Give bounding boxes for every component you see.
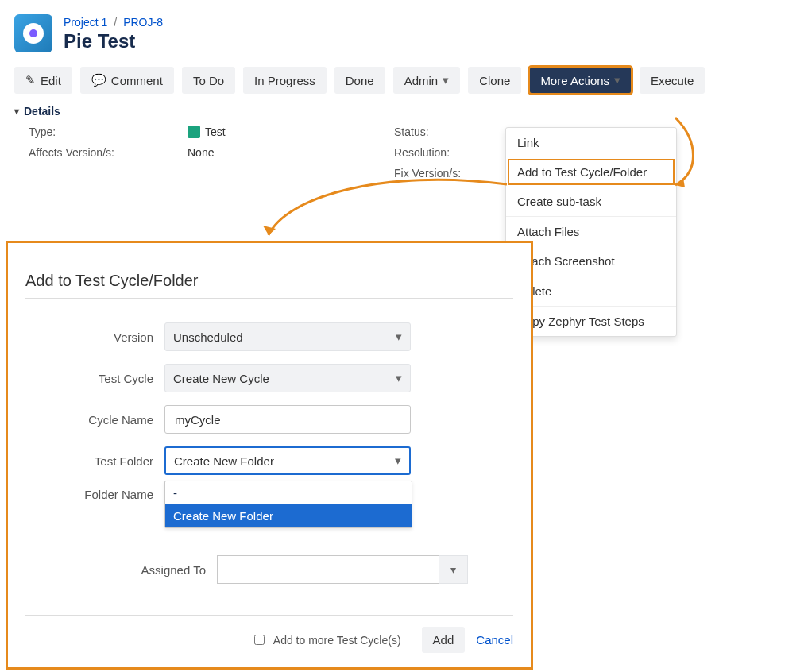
menu-add-to-test-cycle[interactable]: Add to Test Cycle/Folder [506, 157, 676, 187]
chevron-down-icon: ▾ [395, 454, 401, 468]
menu-link[interactable]: Link [506, 128, 676, 157]
chevron-down-icon: ▾ [396, 330, 402, 344]
test-type-icon [188, 126, 200, 138]
folder-option-none[interactable]: - [165, 481, 412, 504]
comment-button[interactable]: 💬 Comment [80, 67, 174, 94]
cycle-name-input[interactable] [164, 405, 411, 434]
status-label: Status: [394, 126, 521, 138]
test-cycle-select[interactable]: Create New Cycle ▾ [164, 364, 411, 392]
breadcrumb-issue[interactable]: PROJ-8 [123, 16, 163, 29]
add-to-cycle-dialog: Add to Test Cycle/Folder Version Unsched… [6, 241, 533, 670]
add-button[interactable]: Add [422, 627, 466, 653]
affects-label: Affects Version/s: [29, 146, 188, 159]
chevron-down-icon: ▾ [614, 73, 620, 87]
svg-marker-1 [263, 226, 276, 235]
menu-create-subtask[interactable]: Create sub-task [506, 187, 676, 216]
test-folder-select[interactable]: Create New Folder ▾ [164, 446, 411, 475]
test-folder-dropdown-list: - Create New Folder [164, 481, 412, 528]
comment-label: Comment [111, 74, 163, 87]
admin-button[interactable]: Admin ▾ [393, 67, 461, 94]
add-more-checkbox-wrap[interactable]: Add to more Test Cycle(s) [251, 632, 401, 647]
version-select[interactable]: Unscheduled ▾ [164, 322, 411, 351]
type-label: Type: [29, 126, 188, 138]
version-label: Version [63, 330, 153, 344]
admin-label: Admin [404, 74, 439, 87]
add-more-label: Add to more Test Cycle(s) [273, 634, 401, 647]
dialog-title: Add to Test Cycle/Folder [25, 272, 513, 290]
chevron-down-icon: ▾ [14, 106, 19, 117]
chevron-down-icon: ▾ [396, 371, 402, 385]
test-folder-value: Create New Folder [174, 454, 274, 468]
test-folder-label: Test Folder [63, 454, 153, 468]
add-more-checkbox[interactable] [254, 635, 265, 645]
version-value: Unscheduled [173, 330, 243, 344]
fix-version-label: Fix Version/s: [394, 167, 521, 180]
test-cycle-label: Test Cycle [63, 372, 153, 385]
project-avatar [14, 14, 52, 52]
pencil-icon: ✎ [25, 73, 36, 87]
edit-button[interactable]: ✎ Edit [14, 67, 72, 94]
cancel-link[interactable]: Cancel [476, 633, 513, 647]
page-title: Pie Test [64, 30, 163, 52]
comment-icon: 💬 [91, 73, 106, 87]
folder-name-label: Folder Name [63, 488, 153, 501]
assigned-to-label: Assigned To [63, 563, 206, 577]
test-cycle-value: Create New Cycle [173, 372, 269, 385]
cycle-name-label: Cycle Name [63, 413, 153, 427]
clone-button[interactable]: Clone [468, 67, 521, 94]
folder-option-create-new[interactable]: Create New Folder [165, 504, 412, 527]
details-toggle[interactable]: ▾ Details [14, 105, 808, 118]
edit-label: Edit [41, 74, 61, 87]
type-value: Test [188, 126, 394, 138]
in-progress-button[interactable]: In Progress [243, 67, 327, 94]
assigned-to-input[interactable] [217, 555, 439, 584]
assigned-to-dropdown-toggle[interactable]: ▾ [439, 555, 468, 584]
details-header: Details [24, 105, 60, 118]
chevron-down-icon: ▾ [450, 563, 456, 576]
done-button[interactable]: Done [334, 67, 385, 94]
resolution-label: Resolution: [394, 146, 521, 159]
more-actions-label: More Actions [540, 74, 609, 87]
execute-button[interactable]: Execute [640, 67, 705, 94]
breadcrumb-project[interactable]: Project 1 [64, 16, 107, 29]
affects-value: None [188, 146, 394, 159]
type-text: Test [205, 126, 226, 138]
chevron-down-icon: ▾ [443, 73, 449, 87]
breadcrumb-separator: / [114, 16, 117, 29]
more-actions-button[interactable]: More Actions ▾ [529, 67, 632, 94]
breadcrumb: Project 1 / PROJ-8 [64, 16, 163, 29]
cycle-name-field[interactable] [173, 412, 402, 427]
todo-button[interactable]: To Do [182, 67, 235, 94]
